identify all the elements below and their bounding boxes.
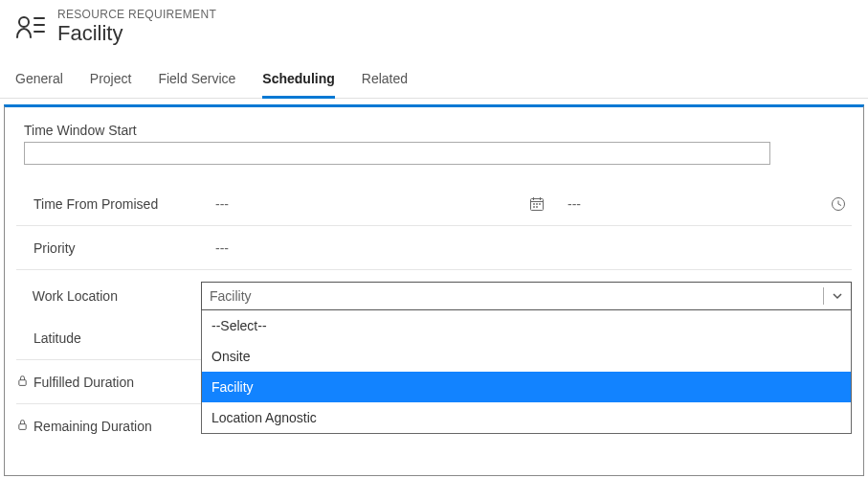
tab-project[interactable]: Project bbox=[90, 61, 132, 99]
work-location-label: Work Location bbox=[33, 288, 201, 304]
lock-icon bbox=[16, 375, 29, 390]
svg-point-0 bbox=[19, 17, 29, 27]
time-from-promised-value-2[interactable]: --- bbox=[568, 196, 581, 212]
work-location-option-onsite[interactable]: Onsite bbox=[202, 341, 851, 372]
tab-related[interactable]: Related bbox=[362, 61, 408, 99]
time-window-start-label: Time Window Start bbox=[24, 123, 844, 138]
lock-icon bbox=[16, 419, 29, 434]
breadcrumb: RESOURCE REQUIREMENT bbox=[57, 8, 216, 21]
chevron-down-icon bbox=[823, 287, 843, 305]
tab-general[interactable]: General bbox=[15, 61, 63, 99]
svg-rect-17 bbox=[19, 424, 26, 430]
clock-icon[interactable] bbox=[831, 196, 852, 212]
calendar-icon[interactable] bbox=[529, 196, 545, 212]
time-window-start-input[interactable] bbox=[24, 142, 770, 165]
svg-point-9 bbox=[537, 203, 538, 204]
fulfilled-duration-label: Fulfilled Duration bbox=[33, 375, 215, 390]
svg-point-12 bbox=[537, 206, 538, 207]
person-list-icon bbox=[15, 11, 46, 42]
row-priority: Priority --- bbox=[16, 226, 852, 270]
work-location-select[interactable]: Facility bbox=[201, 282, 852, 310]
tab-scheduling[interactable]: Scheduling bbox=[262, 61, 334, 99]
latitude-label: Latitude bbox=[33, 330, 81, 346]
page-title: Facility bbox=[57, 21, 216, 46]
work-location-option-select[interactable]: --Select-- bbox=[202, 310, 851, 341]
svg-point-11 bbox=[534, 206, 535, 207]
form-panel: Time Window Start Time From Promised --- bbox=[4, 104, 864, 476]
svg-rect-16 bbox=[19, 379, 26, 385]
work-location-option-location-agnostic[interactable]: Location Agnostic bbox=[202, 402, 851, 433]
work-location-option-facility[interactable]: Facility bbox=[202, 372, 851, 402]
row-time-from-promised: Time From Promised --- bbox=[16, 182, 852, 226]
remaining-duration-label: Remaining Duration bbox=[33, 419, 215, 434]
time-from-promised-value-1[interactable]: --- bbox=[215, 196, 229, 212]
svg-point-10 bbox=[540, 203, 541, 204]
work-location-selected-value: Facility bbox=[210, 288, 252, 304]
work-location-dropdown: --Select-- Onsite Facility Location Agno… bbox=[201, 310, 852, 434]
row-work-location: Work Location Facility --Select-- Onsite… bbox=[16, 270, 852, 316]
priority-value[interactable]: --- bbox=[215, 240, 229, 256]
tab-bar: General Project Field Service Scheduling… bbox=[0, 61, 868, 99]
tab-field-service[interactable]: Field Service bbox=[158, 61, 235, 99]
svg-point-8 bbox=[534, 203, 535, 204]
priority-label: Priority bbox=[33, 240, 215, 256]
time-from-promised-label: Time From Promised bbox=[33, 196, 215, 212]
svg-line-15 bbox=[838, 204, 841, 206]
